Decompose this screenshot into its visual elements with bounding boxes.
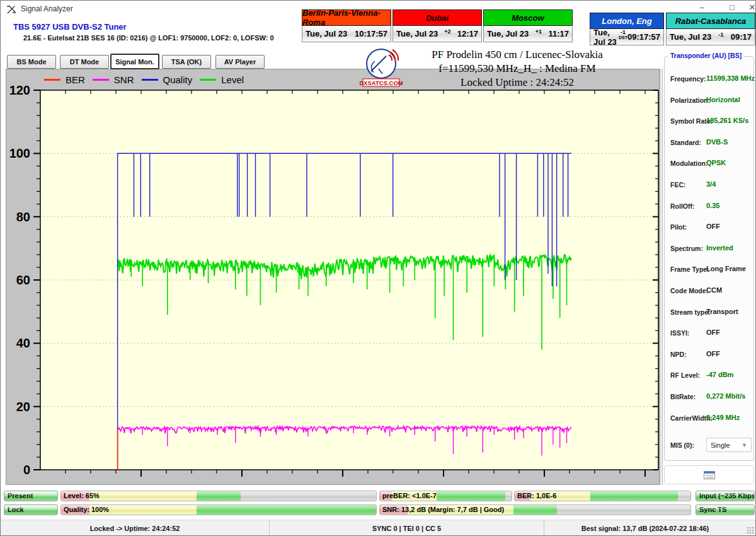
tab-av-player[interactable]: AV Player [215, 55, 265, 69]
legend-label: Quality [163, 74, 193, 85]
transponder-row-label: Frame Type: [670, 265, 709, 273]
clock-utc-offset: -1DST [619, 30, 627, 40]
transponder-row-label: Modulation: [670, 160, 707, 167]
transponder-row-frame-type-: Frame Type:Long Frame [670, 265, 752, 274]
ber-bar: BER: 1,0E-6 [514, 491, 691, 501]
bar-segment [437, 491, 505, 501]
transponder-title: Transponder (AU) [BS] [668, 52, 744, 59]
bar-label: Level: 65% [64, 492, 100, 499]
transponder-row-issyi-: ISSYI:OFF [670, 329, 752, 338]
transponder-row-label: RollOff: [670, 202, 695, 210]
window-title: Signal Analyzer [21, 4, 73, 13]
satellite-antenna-icon [6, 4, 17, 15]
clock-offset-value: +2 [444, 29, 450, 35]
legend-label: SNR [114, 74, 134, 85]
tab-dt-mode[interactable]: DT Mode [60, 55, 109, 69]
legend-item-quality: Quality [142, 74, 193, 85]
clock-city-label: London, Eng [590, 13, 664, 29]
clock-date: Tue, Jul 23 [487, 29, 529, 38]
mis-label: MIS (0): [670, 441, 694, 449]
transponder-row-code-mode-: Code Mode:CCM [670, 287, 752, 296]
clock-utc-offset: +2 [444, 29, 450, 35]
transponder-row-value: -47 dBm [706, 371, 733, 378]
transponder-row-value: Horizontal [706, 96, 740, 103]
transponder-row-label: Stream type: [670, 308, 711, 316]
clock-city-label: Dubai [392, 9, 482, 26]
panel-splitter[interactable] [660, 69, 663, 485]
transponder-row-value: Inverted [706, 244, 733, 252]
lock-indicator: Lock [4, 504, 58, 515]
signal-analyzer-window: Signal Analyzer – □ ✕ TBS 5927 USB DVB-S… [0, 0, 756, 536]
transponder-row-rolloff-: RollOff:0.35 [670, 202, 752, 211]
transponder-row-value: OFF [706, 329, 720, 336]
clock-date: Tue, Jul 23 [670, 32, 711, 42]
transponder-row-npd-: NPD:OFF [670, 351, 752, 359]
transponder-row-value: Transport [706, 308, 738, 315]
transponder-row-rf-level-: RF Level:-47 dBm [670, 371, 752, 380]
status-bar: Locked -> Uptime: 24:24:52SYNC 0 | TEI 0… [1, 520, 755, 536]
transponder-row-modulation-: Modulation:QPSK [670, 160, 752, 168]
clock-rabat-casablanca: Rabat-CasablancaTue, Jul 23-109:17 [666, 13, 755, 45]
clock-city-label: Berlin-Paris-Vienna-Roma [302, 9, 391, 26]
preber-bar: preBER: <1.0E-7 [379, 491, 512, 501]
tab-signal-mon-[interactable]: Signal Mon. [110, 54, 159, 69]
header-locked-uptime: Locked Uptime : 24:24:52 [404, 76, 631, 90]
header-frequency-service: f=11599,530 MHz_H_ : Medina FM [404, 62, 631, 76]
svg-text:120: 120 [9, 83, 30, 97]
tuner-name: TBS 5927 USB DVB-S2 Tuner [13, 22, 127, 32]
mis-select-value: Single [711, 441, 730, 449]
clock-date: Tue, Jul 23 [593, 28, 619, 47]
transponder-row-label: Frequency: [670, 75, 706, 83]
mis-select[interactable]: Single ▼ [706, 438, 752, 452]
level-bar: Level: 65% [60, 491, 377, 501]
transponder-row-value: DVB-S [706, 138, 728, 146]
svg-text:100: 100 [9, 146, 30, 160]
legend-swatch-quality [142, 79, 158, 81]
clock-time: 11:17 [548, 29, 569, 38]
clock-time-row: Tue, Jul 23-109:17 [666, 29, 755, 45]
clock-offset-value: -1 [718, 32, 723, 38]
present-indicator: Present [4, 491, 58, 501]
transponder-row-label: Polarization: [670, 96, 710, 104]
bar-segment [197, 491, 241, 501]
clock-time-row: Tue, Jul 23+212:17 [392, 26, 482, 42]
svg-text:0: 0 [23, 463, 30, 477]
transponder-row-value: CCM [706, 286, 722, 294]
bar-segment [513, 505, 557, 515]
transponder-row-stream-type-: Stream type:Transport [670, 308, 752, 317]
clock-date: Tue, Jul 23 [306, 29, 347, 38]
tab-bs-mode[interactable]: BS Mode [7, 55, 56, 69]
transponder-groupbox: Transponder (AU) [BS] Frequency:11599,33… [664, 56, 754, 461]
input-indicator: Input (~235 Kbps) [696, 491, 755, 501]
clock-time-row: Tue, Jul 23-1DST09:17:57 [590, 29, 664, 45]
clock-time-row: Tue, Jul 23+111:17 [483, 26, 573, 42]
legend-item-snr: SNR [93, 74, 134, 85]
transponder-row-value: 3/4 [706, 180, 716, 188]
snr-bar: SNR: 13,2 dB (Margin: 7,7 dB | Good) [379, 504, 691, 515]
transponder-row-label: RF Level: [670, 371, 700, 379]
transponder-row-label: BitRate: [670, 393, 696, 400]
transponder-row-symbol-rate-: Symbol Rate:185,261 KS/s [670, 117, 752, 126]
transponder-row-value: OFF [706, 223, 720, 230]
header-block: PF Prodelin 450 cm / Lucenec-Slovakia f=… [404, 48, 631, 90]
transponder-row-value: 185,261 KS/s [706, 117, 748, 124]
clock-time: 10:17:57 [355, 29, 387, 38]
transponder-row-value: 0.35 [706, 202, 719, 209]
clock-city-label: Moscow [483, 9, 573, 26]
statusbar-cell-2: Best signal: 13,7 dB (2024-07-22 18:46) [544, 520, 746, 536]
logo-text: DXSATCS.COM [360, 79, 403, 86]
sync-ts-indicator: Sync TS [696, 504, 755, 515]
stream-list-button[interactable] [664, 465, 754, 484]
transponder-row-bitrate-: BitRate:0,272 Mbit/s [670, 393, 752, 402]
statusbar-cell-0: Locked -> Uptime: 24:24:52 [1, 520, 270, 536]
transponder-row-value: 0,249 MHz [706, 414, 740, 421]
tuner-details: 21.6E - Eutelsat 21B SES 16 (ID: 0216) @… [23, 34, 274, 42]
tab-tsa-ok-[interactable]: TSA (OK) [162, 55, 211, 69]
resize-grip[interactable] [747, 527, 755, 535]
clock-offset-value: +1 [536, 29, 542, 35]
transponder-row-spectrum-: Spectrum:Inverted [670, 245, 752, 253]
transponder-row-label: Standard: [670, 139, 701, 146]
quality-bar: Quality: 100% [60, 504, 377, 515]
bar-segment [590, 491, 679, 501]
clock-moscow: MoscowTue, Jul 23+111:17 [483, 9, 573, 42]
